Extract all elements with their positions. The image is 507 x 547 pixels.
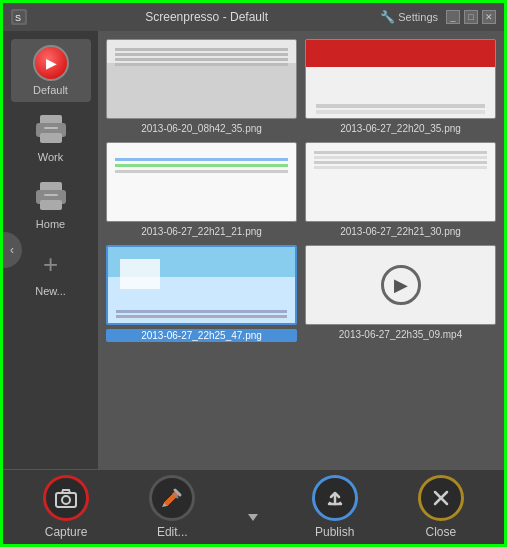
sidebar-label-work: Work <box>38 151 63 163</box>
title-bar: S Screenpresso - Default 🔧 Settings _ □ … <box>3 3 504 31</box>
app-window: S Screenpresso - Default 🔧 Settings _ □ … <box>3 3 504 544</box>
thumbnail-item-1[interactable]: 2013-06-20_08h42_35.png <box>106 39 297 134</box>
sidebar-label-default: Default <box>33 84 68 96</box>
publish-button[interactable]: Publish <box>305 475 365 539</box>
edit-button[interactable]: Edit... <box>142 475 202 539</box>
window-controls: _ □ ✕ <box>446 10 496 24</box>
thumbnail-item-4[interactable]: 2013-06-27_22h21_30.png <box>305 142 496 237</box>
sidebar: ‹ Default Work <box>3 31 98 469</box>
main-area: ‹ Default Work <box>3 31 504 469</box>
thumbnail-label-2: 2013-06-27_22h20_35.png <box>305 123 496 134</box>
default-icon <box>33 45 69 81</box>
thumbnail-item-6[interactable]: ▶ 2013-06-27_22h35_09.mp4 <box>305 245 496 342</box>
thumbnail-image-4 <box>305 142 496 222</box>
title-separator: - <box>223 10 227 24</box>
profile-name: Default <box>230 10 268 24</box>
thumbnail-label-6: 2013-06-27_22h35_09.mp4 <box>305 329 496 340</box>
svg-rect-9 <box>44 194 58 196</box>
svg-rect-8 <box>40 200 62 210</box>
work-printer-icon <box>33 112 69 148</box>
sidebar-item-new[interactable]: + New... <box>11 240 91 303</box>
close-icon-circle <box>418 475 464 521</box>
content-area[interactable]: 2013-06-20_08h42_35.png 2013-06-27_22h20… <box>98 31 504 469</box>
app-name: Screenpresso <box>145 10 219 24</box>
chevron-left-icon: ‹ <box>10 243 14 257</box>
thumbnail-image-6: ▶ <box>305 245 496 325</box>
thumbnail-label-3: 2013-06-27_22h21_21.png <box>106 226 297 237</box>
capture-label: Capture <box>45 525 88 539</box>
toolbar: Capture Edit... <box>3 469 504 544</box>
sidebar-item-home[interactable]: Home <box>11 173 91 236</box>
svg-text:S: S <box>15 13 21 23</box>
thumbnail-image-3 <box>106 142 297 222</box>
minimize-button[interactable]: _ <box>446 10 460 24</box>
publish-label: Publish <box>315 525 354 539</box>
settings-button[interactable]: 🔧 Settings <box>380 10 438 24</box>
close-window-button[interactable]: ✕ <box>482 10 496 24</box>
edit-label: Edit... <box>157 525 188 539</box>
maximize-button[interactable]: □ <box>464 10 478 24</box>
sidebar-item-work[interactable]: Work <box>11 106 91 169</box>
thumbnail-label-1: 2013-06-20_08h42_35.png <box>106 123 297 134</box>
dropdown-arrow-button[interactable] <box>248 494 258 521</box>
thumbnail-item-2[interactable]: 2013-06-27_22h20_35.png <box>305 39 496 134</box>
thumbnail-image-5 <box>106 245 297 325</box>
thumbnail-item-5[interactable]: 2013-06-27_22h25_47.png <box>106 245 297 342</box>
wrench-icon: 🔧 <box>380 10 395 24</box>
sidebar-label-home: Home <box>36 218 65 230</box>
play-icon: ▶ <box>381 265 421 305</box>
svg-rect-5 <box>44 127 58 129</box>
app-icon: S <box>11 9 27 25</box>
add-icon: + <box>33 246 69 282</box>
sidebar-label-new: New... <box>35 285 66 297</box>
title-bar-text: Screenpresso - Default <box>33 10 380 24</box>
edit-icon-circle <box>149 475 195 521</box>
thumbnail-label-4: 2013-06-27_22h21_30.png <box>305 226 496 237</box>
capture-icon-circle <box>43 475 89 521</box>
thumbnail-image-2 <box>305 39 496 119</box>
capture-button[interactable]: Capture <box>36 475 96 539</box>
sidebar-item-default[interactable]: Default <box>11 39 91 102</box>
thumbnail-label-5: 2013-06-27_22h25_47.png <box>106 329 297 342</box>
publish-icon-circle <box>312 475 358 521</box>
svg-rect-4 <box>40 133 62 143</box>
thumbnail-item-3[interactable]: 2013-06-27_22h21_21.png <box>106 142 297 237</box>
close-label: Close <box>426 525 457 539</box>
settings-label: Settings <box>398 11 438 23</box>
close-button[interactable]: Close <box>411 475 471 539</box>
thumbnail-image-1 <box>106 39 297 119</box>
home-printer-icon <box>33 179 69 215</box>
svg-point-11 <box>62 496 70 504</box>
dropdown-triangle-icon <box>248 514 258 521</box>
